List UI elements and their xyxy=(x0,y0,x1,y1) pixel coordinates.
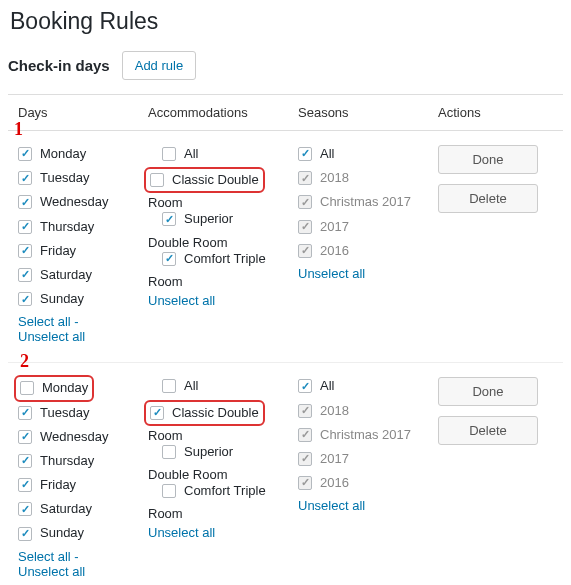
select-all-link[interactable]: Select all xyxy=(18,549,71,564)
day-label: Sunday xyxy=(40,290,84,308)
unselect-all-link[interactable]: Unselect all xyxy=(298,498,365,513)
day-label: Monday xyxy=(42,379,88,397)
acc-label: Superior xyxy=(184,443,233,461)
highlight-box: Classic Double xyxy=(144,167,265,193)
day-checkbox[interactable] xyxy=(18,171,32,185)
day-checkbox[interactable] xyxy=(18,527,32,541)
day-checkbox[interactable] xyxy=(18,292,32,306)
day-checkbox[interactable] xyxy=(20,381,34,395)
day-label: Sunday xyxy=(40,524,84,542)
unselect-all-link[interactable]: Unselect all xyxy=(148,525,215,540)
acc-label-cont: Room xyxy=(148,428,298,443)
day-checkbox[interactable] xyxy=(18,244,32,258)
season-label: 2017 xyxy=(320,450,349,468)
acc-label: Classic Double xyxy=(172,404,259,422)
day-checkbox[interactable] xyxy=(18,454,32,468)
acc-label-cont: Room xyxy=(148,195,298,210)
acc-all-label: All xyxy=(184,145,198,163)
day-label: Wednesday xyxy=(40,193,108,211)
highlight-box: Monday xyxy=(14,375,94,401)
acc-label-cont: Double Room xyxy=(148,467,298,482)
select-all-link[interactable]: Select all xyxy=(18,314,71,329)
acc-label: Classic Double xyxy=(172,171,259,189)
acc-checkbox[interactable] xyxy=(162,212,176,226)
season-label: 2016 xyxy=(320,242,349,260)
rule-row: 2 Monday Tuesday Wednesday Thursday Frid… xyxy=(8,363,563,585)
rule-row: 1 Monday Tuesday Wednesday Thursday Frid… xyxy=(8,131,563,363)
acc-label: Comfort Triple xyxy=(184,250,266,268)
season-all-checkbox[interactable] xyxy=(298,379,312,393)
day-checkbox[interactable] xyxy=(18,195,32,209)
annotation-1: 1 xyxy=(14,119,23,140)
delete-button[interactable]: Delete xyxy=(438,416,538,445)
season-all-label: All xyxy=(320,377,334,395)
acc-label-cont: Room xyxy=(148,274,298,289)
season-label: Christmas 2017 xyxy=(320,193,411,211)
acc-checkbox[interactable] xyxy=(162,484,176,498)
done-button[interactable]: Done xyxy=(438,377,538,406)
day-checkbox[interactable] xyxy=(18,268,32,282)
day-label: Tuesday xyxy=(40,169,89,187)
delete-button[interactable]: Delete xyxy=(438,184,538,213)
day-checkbox[interactable] xyxy=(18,147,32,161)
acc-label: Comfort Triple xyxy=(184,482,266,500)
day-label: Friday xyxy=(40,242,76,260)
section-title: Check-in days xyxy=(8,57,110,74)
acc-all-checkbox[interactable] xyxy=(162,147,176,161)
acc-all-checkbox[interactable] xyxy=(162,379,176,393)
acc-label-cont: Double Room xyxy=(148,235,298,250)
acc-label: Superior xyxy=(184,210,233,228)
page-title: Booking Rules xyxy=(10,8,563,35)
day-label: Saturday xyxy=(40,500,92,518)
season-checkbox xyxy=(298,476,312,490)
day-label: Friday xyxy=(40,476,76,494)
day-checkbox[interactable] xyxy=(18,478,32,492)
day-label: Thursday xyxy=(40,218,94,236)
unselect-all-link[interactable]: Unselect all xyxy=(18,329,85,344)
day-checkbox[interactable] xyxy=(18,220,32,234)
acc-checkbox[interactable] xyxy=(150,173,164,187)
season-checkbox xyxy=(298,404,312,418)
unselect-all-link[interactable]: Unselect all xyxy=(148,293,215,308)
season-checkbox xyxy=(298,220,312,234)
season-label: 2018 xyxy=(320,169,349,187)
col-header-accommodations: Accommodations xyxy=(148,105,298,120)
day-label: Saturday xyxy=(40,266,92,284)
day-checkbox[interactable] xyxy=(18,430,32,444)
separator: - xyxy=(71,314,79,329)
season-checkbox xyxy=(298,195,312,209)
season-checkbox xyxy=(298,452,312,466)
day-label: Tuesday xyxy=(40,404,89,422)
acc-checkbox[interactable] xyxy=(150,406,164,420)
acc-all-label: All xyxy=(184,377,198,395)
unselect-all-link[interactable]: Unselect all xyxy=(18,564,85,579)
season-checkbox xyxy=(298,428,312,442)
day-label: Thursday xyxy=(40,452,94,470)
season-label: 2018 xyxy=(320,402,349,420)
season-checkbox xyxy=(298,244,312,258)
annotation-2: 2 xyxy=(20,351,29,372)
acc-checkbox[interactable] xyxy=(162,252,176,266)
day-label: Wednesday xyxy=(40,428,108,446)
season-label: 2016 xyxy=(320,474,349,492)
day-label: Monday xyxy=(40,145,86,163)
season-label: Christmas 2017 xyxy=(320,426,411,444)
unselect-all-link[interactable]: Unselect all xyxy=(298,266,365,281)
add-rule-button[interactable]: Add rule xyxy=(122,51,196,80)
acc-checkbox[interactable] xyxy=(162,445,176,459)
col-header-days: Days xyxy=(8,105,148,120)
acc-label-cont: Room xyxy=(148,506,298,521)
col-header-actions: Actions xyxy=(438,105,538,120)
season-label: 2017 xyxy=(320,218,349,236)
highlight-box: Classic Double xyxy=(144,400,265,426)
season-all-checkbox[interactable] xyxy=(298,147,312,161)
season-checkbox xyxy=(298,171,312,185)
done-button[interactable]: Done xyxy=(438,145,538,174)
separator: - xyxy=(71,549,79,564)
season-all-label: All xyxy=(320,145,334,163)
col-header-seasons: Seasons xyxy=(298,105,438,120)
table-header: Days Accommodations Seasons Actions xyxy=(8,94,563,131)
day-checkbox[interactable] xyxy=(18,406,32,420)
day-checkbox[interactable] xyxy=(18,502,32,516)
